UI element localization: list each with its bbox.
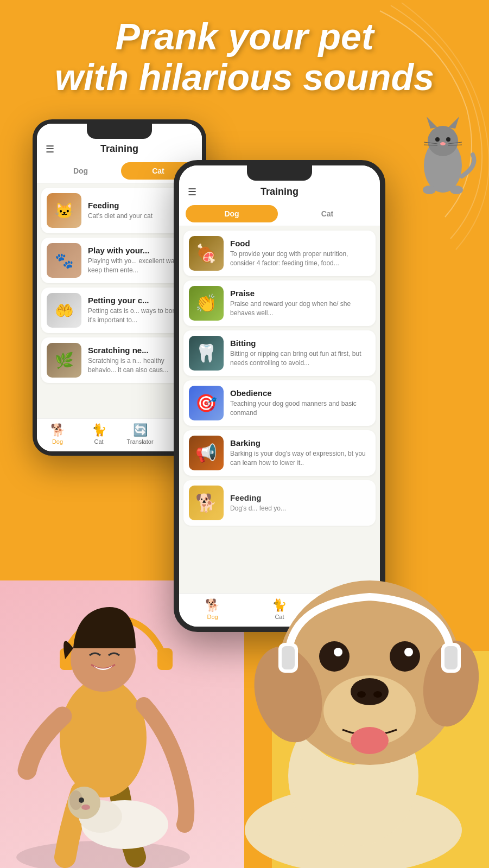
food-text: Food To provide your dog with proper nut… [230,239,370,268]
obedience-desc: Teaching your dog good manners and basic… [230,399,370,418]
svg-marker-2 [427,117,437,129]
svg-point-7 [423,186,436,194]
petting-cat-img: 🤲 [47,293,81,328]
svg-rect-42 [444,646,458,669]
barking-img: 📢 [189,436,224,470]
list-item-feeding-dog[interactable]: 🐕 Feeding Dog's d... feed yo... [183,480,376,526]
nav-dog-label-front: Dog [207,614,218,620]
obedience-title: Obedience [230,388,370,398]
cat-decoration [408,111,478,209]
svg-point-35 [390,641,420,672]
barking-desc: Barking is your dog's way of expression,… [230,449,370,468]
svg-point-33 [373,691,382,698]
barking-title: Barking [230,438,370,448]
tab-dog-front[interactable]: Dog [186,205,278,222]
svg-point-32 [357,691,366,698]
svg-point-1 [428,126,458,156]
menu-icon-front[interactable]: ☰ [188,186,196,198]
nav-translator-label-back: Translator [126,438,153,445]
dog-nav-icon-back: 🐕 [50,423,65,437]
bitting-img: 🦷 [189,336,224,371]
header-line1: Prank your pet [0,16,489,57]
list-item-praise[interactable]: 👏 Praise Praise and reward your dog when… [183,280,376,326]
food-desc: To provide your dog with proper nutritio… [230,250,370,268]
phone-notch-back [87,124,152,139]
tab-dog-back[interactable]: Dog [43,162,118,180]
food-title: Food [230,239,370,248]
svg-point-8 [450,186,463,194]
praise-title: Praise [230,289,370,298]
feeding-dog-desc: Dog's d... feed yo... [230,504,370,513]
bitting-desc: Bitting or nipping can bring out fun at … [230,349,370,368]
play-cat-img: 🐾 [47,243,81,278]
svg-point-14 [60,678,147,797]
front-phone-tabs: Dog Cat [179,202,380,226]
nav-translator-back[interactable]: 🔄 Translator [119,423,161,445]
svg-point-31 [351,678,389,705]
svg-point-6 [440,142,446,145]
scratching-cat-img: 🌿 [47,343,81,378]
praise-text: Praise Praise and reward your dog when h… [230,289,370,318]
obedience-img: 🎯 [189,386,224,420]
praise-img: 👏 [189,286,224,321]
svg-point-5 [446,137,450,142]
svg-point-37 [404,648,413,656]
translator-nav-icon-back: 🔄 [133,423,148,437]
back-phone-title: Training [100,143,138,155]
svg-point-34 [319,641,350,672]
list-item-obedience[interactable]: 🎯 Obedience Teaching your dog good manne… [183,380,376,426]
nav-dog-label-back: Dog [52,438,63,445]
dog-with-headphones [218,532,489,868]
list-item-barking[interactable]: 📢 Barking Barking is your dog's way of e… [183,430,376,476]
header-line2: with hilarious sounds [0,57,489,98]
menu-icon-back[interactable]: ☰ [46,143,54,155]
feeding-cat-img: 🐱 [47,193,81,228]
praise-desc: Praise and reward your dog when he/ she … [230,299,370,318]
obedience-text: Obedience Teaching your dog good manners… [230,388,370,418]
nav-cat-back[interactable]: 🐈 Cat [78,423,119,445]
bitting-title: Bitting [230,339,370,348]
svg-point-36 [334,648,342,656]
tab-cat-front[interactable]: Cat [281,205,373,222]
svg-point-19 [79,797,84,803]
svg-rect-41 [282,646,295,669]
feeding-dog-img: 🐕 [189,486,224,520]
svg-point-38 [351,727,389,754]
cat-nav-icon-back: 🐈 [92,423,106,437]
list-item-food[interactable]: 🍖 Food To provide your dog with proper n… [183,231,376,276]
nav-dog-back[interactable]: 🐕 Dog [37,423,78,445]
svg-marker-3 [448,117,459,129]
phone-notch-front [247,165,312,181]
feeding-dog-text: Feeding Dog's d... feed yo... [230,493,370,513]
svg-point-20 [81,805,90,810]
front-phone-title: Training [261,186,299,197]
nav-cat-label-back: Cat [94,438,103,445]
hero-header: Prank your pet with hilarious sounds [0,16,489,98]
svg-rect-23 [157,648,173,670]
list-item-bitting[interactable]: 🦷 Bitting Bitting or nipping can bring o… [183,330,376,376]
barking-text: Barking Barking is your dog's way of exp… [230,438,370,468]
bitting-text: Bitting Bitting or nipping can bring out… [230,339,370,368]
food-img: 🍖 [189,236,224,271]
svg-point-4 [435,137,440,142]
feeding-dog-title: Feeding [230,493,370,502]
